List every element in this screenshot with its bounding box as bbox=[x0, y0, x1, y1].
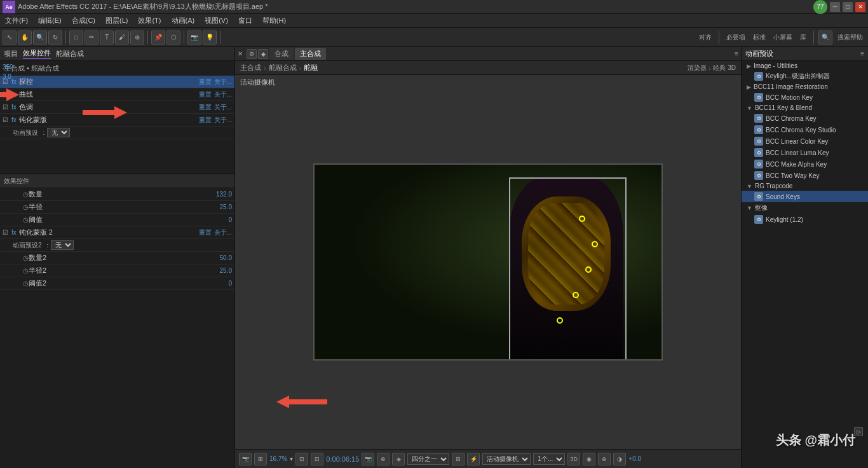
right-panel-menu[interactable]: ≡ bbox=[860, 50, 864, 57]
right-item-rg-trapcode[interactable]: ▼ RG Trapcode bbox=[742, 181, 868, 191]
fx-about-tantan[interactable]: 关于... bbox=[214, 78, 232, 86]
snapshot-btn[interactable]: 📷 bbox=[239, 453, 252, 465]
tab-project[interactable]: 项目 bbox=[4, 49, 18, 59]
maximize-button[interactable]: □ bbox=[843, 2, 853, 12]
tool-clone[interactable]: ⊕ bbox=[130, 31, 144, 45]
exposure-value[interactable]: +0.0 bbox=[628, 455, 641, 462]
fx-checkbox-color[interactable]: ☑ bbox=[3, 104, 11, 111]
view-count-dropdown[interactable]: 1个... bbox=[533, 453, 565, 465]
right-item-bcc-linear-color[interactable]: ⚙ BCC Linear Color Key bbox=[742, 135, 868, 147]
tool-zoom[interactable]: 🔍 bbox=[33, 31, 47, 45]
fx-value-amount[interactable]: 132.0 bbox=[207, 191, 232, 198]
safe-btn[interactable]: ⊡ bbox=[311, 453, 323, 465]
fast-preview-btn[interactable]: ⚡ bbox=[467, 453, 480, 465]
light-btn[interactable]: ⊕ bbox=[598, 453, 611, 465]
view-dropdown[interactable]: 四分之一 bbox=[407, 453, 449, 465]
comp-settings-btn[interactable]: ⚙ bbox=[247, 49, 257, 59]
comp-toggle-btn[interactable]: ◆ bbox=[258, 49, 268, 59]
tool-select[interactable]: ↖ bbox=[3, 31, 17, 45]
breadcrumb-mocha[interactable]: 舵融合成 bbox=[269, 63, 297, 72]
fx-value-amount2[interactable]: 50.0 bbox=[207, 254, 232, 261]
anim-icon-radius2: ◷ bbox=[23, 267, 29, 274]
menu-view[interactable]: 视图(V) bbox=[202, 15, 231, 27]
tool-text[interactable]: T bbox=[100, 31, 114, 45]
menu-animation[interactable]: 动画(A) bbox=[169, 15, 198, 27]
fx-anim-dropdown[interactable]: 无 bbox=[47, 128, 70, 137]
right-item-keylight[interactable]: ⚙ Keyligh...级溢出抑制器 bbox=[742, 71, 868, 82]
menu-window[interactable]: 窗口 bbox=[236, 15, 255, 27]
right-item-bcc-motion[interactable]: ⚙ BCC Motion Key bbox=[742, 92, 868, 103]
comp-tab-active[interactable]: 主合成 bbox=[295, 48, 326, 60]
comp-tab-main[interactable]: 合成 bbox=[269, 48, 294, 60]
fx-value-threshold2[interactable]: 0 bbox=[207, 280, 232, 287]
fx-about-unsharpmask[interactable]: 关于... bbox=[214, 116, 232, 125]
tool-pen[interactable]: ✏ bbox=[85, 31, 98, 45]
fx-value-radius2[interactable]: 25.0 bbox=[207, 267, 232, 274]
fx-anim-dropdown2[interactable]: 无 bbox=[51, 240, 74, 250]
right-item-bcc11-key[interactable]: ▼ BCC11 Key & Blend bbox=[742, 103, 868, 113]
comp-menu-icon[interactable]: ≡ bbox=[735, 50, 738, 57]
tool-pin[interactable]: 📌 bbox=[151, 31, 165, 45]
preset-label-1[interactable]: 必要项 bbox=[724, 33, 748, 42]
shadow-btn[interactable]: ◉ bbox=[583, 453, 595, 465]
render-btn[interactable]: ⊕ bbox=[377, 453, 390, 465]
tool-hand[interactable]: ✋ bbox=[18, 31, 32, 45]
fx-reset-tantan[interactable]: 重置 bbox=[199, 78, 212, 86]
menu-edit[interactable]: 编辑(E) bbox=[36, 15, 64, 27]
right-item-bcc-chroma[interactable]: ⚙ BCC Chroma Key bbox=[742, 113, 868, 124]
fx-checkbox-unsharpmask2[interactable]: ☑ bbox=[3, 229, 11, 236]
composition-tabs: ✕ ⚙ ◆ 合成 主合成 ≡ bbox=[235, 47, 741, 61]
quality-btn[interactable]: ◈ bbox=[392, 453, 405, 465]
menu-composition[interactable]: 合成(C) bbox=[69, 15, 98, 27]
right-item-bcc-chroma-studio[interactable]: ⚙ BCC Chroma Key Studio bbox=[742, 124, 868, 135]
right-item-bcc-linear-luma[interactable]: ⚙ BCC Linear Luma Key bbox=[742, 147, 868, 158]
fx-about-curve[interactable]: 关于... bbox=[214, 90, 232, 99]
search-label[interactable]: 搜索帮助 bbox=[835, 33, 865, 42]
tool-shape[interactable]: □ bbox=[69, 31, 83, 45]
fx-value-radius[interactable]: 25.0 bbox=[207, 203, 232, 210]
expand-panel-btn[interactable]: ▷ bbox=[854, 427, 863, 436]
tool-camera[interactable]: 📷 bbox=[187, 31, 201, 45]
close-button[interactable]: ✕ bbox=[855, 2, 865, 12]
preset-label-4[interactable]: 库 bbox=[797, 33, 809, 42]
fx-checkbox-unsharpmask[interactable]: ☑ bbox=[3, 116, 11, 123]
right-item-bcc11-restore[interactable]: ▶ BCC11 Image Restoration bbox=[742, 82, 868, 92]
fx-reset-curve[interactable]: 重置 bbox=[199, 90, 212, 99]
camera-dropdown[interactable]: 活动摄像机 bbox=[482, 453, 531, 465]
grid-btn[interactable]: ⊞ bbox=[254, 453, 267, 465]
3d-btn[interactable]: 3D bbox=[567, 453, 580, 465]
tool-roto[interactable]: ⬡ bbox=[166, 31, 180, 45]
tab-mocha[interactable]: 舵融合成 bbox=[56, 49, 84, 59]
fx-about-unsharpmask2[interactable]: 关于... bbox=[214, 228, 232, 237]
right-item-sound-keys[interactable]: ⚙ Sound Keys bbox=[742, 191, 868, 202]
right-item-kouxiang[interactable]: ▼ 抠像 bbox=[742, 202, 868, 214]
tab-effects[interactable]: 效果控件 bbox=[23, 48, 51, 59]
menu-file[interactable]: 文件(F) bbox=[3, 15, 31, 27]
aa-btn[interactable]: ◑ bbox=[613, 453, 626, 465]
fx-reset-unsharpmask2[interactable]: 重置 bbox=[199, 228, 212, 237]
menu-layer[interactable]: 图层(L) bbox=[103, 15, 130, 27]
right-item-bcc-two-way[interactable]: ⚙ BCC Two Way Key bbox=[742, 170, 868, 181]
fx-value-threshold[interactable]: 0 bbox=[207, 216, 232, 223]
preset-label-3[interactable]: 小屏幕 bbox=[771, 33, 795, 42]
zoom-value[interactable]: 16.7% bbox=[269, 455, 287, 462]
tool-brush[interactable]: 🖌 bbox=[115, 31, 129, 45]
minimize-button[interactable]: ─ bbox=[830, 2, 840, 12]
breadcrumb-main[interactable]: 主合成 bbox=[240, 63, 261, 72]
stereo-btn[interactable]: ⊟ bbox=[452, 453, 465, 465]
menu-help[interactable]: 帮助(H) bbox=[260, 15, 288, 27]
fit-btn[interactable]: ⊡ bbox=[295, 453, 308, 465]
menu-effects[interactable]: 效果(T) bbox=[135, 15, 163, 27]
search-button[interactable]: 🔍 bbox=[818, 31, 832, 45]
tool-light[interactable]: 💡 bbox=[203, 31, 217, 45]
fx-reset-color[interactable]: 重置 bbox=[199, 103, 212, 112]
camera-icon-btn[interactable]: 📷 bbox=[362, 453, 374, 465]
right-item-keylight12[interactable]: ⚙ Keylight (1.2) bbox=[742, 214, 868, 225]
right-item-image-utils[interactable]: ▶ Image - Utilities bbox=[742, 61, 868, 71]
right-item-bcc-make-alpha[interactable]: ⚙ BCC Make Alpha Key bbox=[742, 158, 868, 170]
tool-rotate[interactable]: ↻ bbox=[48, 31, 62, 45]
fx-about-color[interactable]: 关于... bbox=[214, 103, 232, 112]
fx-reset-unsharpmask[interactable]: 重置 bbox=[199, 116, 212, 125]
preset-label-2[interactable]: 标准 bbox=[750, 33, 768, 42]
close-comp-icon[interactable]: ✕ bbox=[238, 50, 243, 57]
